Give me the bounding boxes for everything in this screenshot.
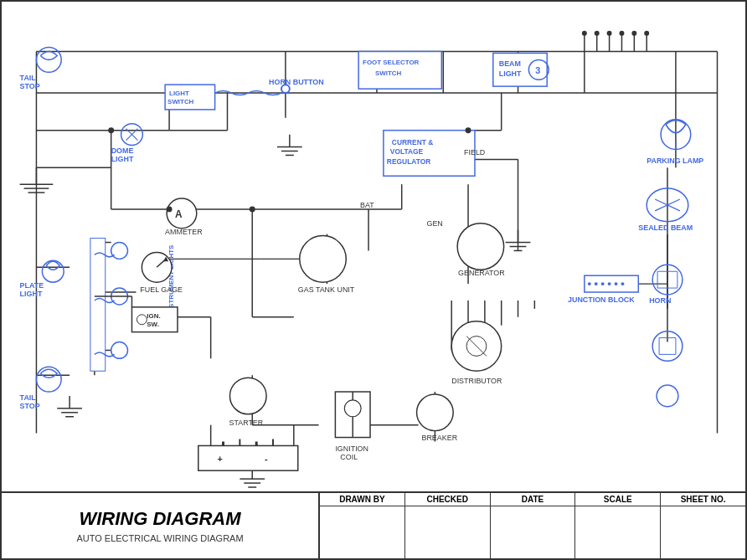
svg-point-149 <box>601 282 605 285</box>
svg-point-180 <box>582 31 587 36</box>
diagram-main-title: WIRING DIAGRAM <box>79 508 240 530</box>
svg-text:LIGHT: LIGHT <box>169 90 189 97</box>
footer-sheet: SHEET NO. <box>661 493 745 558</box>
drawn-by-value <box>320 506 404 558</box>
svg-text:STOP: STOP <box>20 402 40 410</box>
svg-text:BEAM: BEAM <box>499 59 521 68</box>
svg-text:INSTRUMENT LIGHTS: INSTRUMENT LIGHTS <box>167 245 175 315</box>
svg-text:GAS TANK UNIT: GAS TANK UNIT <box>298 285 355 294</box>
svg-text:TAIL: TAIL <box>20 393 37 402</box>
svg-point-151 <box>615 282 618 285</box>
svg-text:BAT: BAT <box>360 201 374 209</box>
svg-text:-: - <box>265 454 268 464</box>
svg-text:3: 3 <box>535 65 540 75</box>
sheet-label: SHEET NO. <box>661 493 745 506</box>
svg-point-126 <box>457 223 504 270</box>
svg-text:LIGHT: LIGHT <box>20 290 43 298</box>
svg-text:LIGHT: LIGHT <box>499 69 522 78</box>
svg-text:IGN.: IGN. <box>147 312 160 320</box>
svg-text:CURRENT &: CURRENT & <box>392 138 434 146</box>
svg-text:JUNCTION BLOCK: JUNCTION BLOCK <box>568 295 635 304</box>
svg-text:SWITCH: SWITCH <box>167 98 194 105</box>
svg-text:SW.: SW. <box>147 321 159 328</box>
svg-point-186 <box>108 127 114 133</box>
svg-text:DISTRIBUTOR: DISTRIBUTOR <box>451 377 502 385</box>
footer-scale: SCALE <box>575 493 661 558</box>
sheet-value <box>661 506 745 558</box>
scale-value <box>575 506 660 558</box>
svg-text:PARKING LAMP: PARKING LAMP <box>647 157 703 165</box>
footer-fields: DRAWN BY CHECKED DATE SCALE SHEET NO. <box>320 493 745 558</box>
svg-text:SEALED BEAM: SEALED BEAM <box>638 223 693 232</box>
svg-text:GENERATOR: GENERATOR <box>458 269 505 277</box>
svg-point-140 <box>300 236 347 283</box>
checked-value <box>405 506 490 558</box>
svg-text:FIELD: FIELD <box>464 148 485 157</box>
svg-text:IGNITION: IGNITION <box>335 444 368 453</box>
svg-text:DOME: DOME <box>111 146 134 155</box>
svg-point-185 <box>644 31 649 36</box>
footer-date: DATE <box>491 493 576 558</box>
svg-text:PLATE: PLATE <box>20 281 44 290</box>
svg-point-184 <box>631 31 636 36</box>
svg-point-147 <box>588 282 591 285</box>
footer-area: WIRING DIAGRAM AUTO ELECTRICAL WIRING DI… <box>2 491 745 558</box>
diagram-sub-title: AUTO ELECTRICAL WIRING DIAGRAM <box>76 533 243 543</box>
wiring-diagram-svg: TAIL STOP DOME LIGHT LIGHT SWITCH HORN B… <box>2 2 745 491</box>
svg-text:SWITCH: SWITCH <box>375 69 402 77</box>
drawn-by-label: DRAWN BY <box>320 493 404 506</box>
svg-rect-146 <box>585 275 638 292</box>
svg-point-187 <box>250 206 255 212</box>
diagram-area: TAIL STOP DOME LIGHT LIGHT SWITCH HORN B… <box>2 2 745 491</box>
svg-point-148 <box>595 282 598 285</box>
footer-checked: CHECKED <box>405 493 491 558</box>
svg-text:AMMETER: AMMETER <box>165 228 203 236</box>
svg-point-174 <box>417 394 454 431</box>
svg-text:GEN: GEN <box>426 219 442 228</box>
svg-rect-131 <box>90 239 106 372</box>
svg-text:LIGHT: LIGHT <box>111 155 134 163</box>
footer-drawn-by: DRAWN BY <box>320 493 405 558</box>
svg-point-159 <box>229 378 266 414</box>
svg-point-182 <box>607 31 612 36</box>
svg-text:HORN: HORN <box>649 296 671 305</box>
date-value <box>491 506 575 558</box>
main-container: TAIL STOP DOME LIGHT LIGHT SWITCH HORN B… <box>0 0 747 560</box>
svg-text:STARTER: STARTER <box>229 419 263 427</box>
svg-text:VOLTAGE: VOLTAGE <box>390 147 424 156</box>
date-label: DATE <box>491 493 575 506</box>
svg-point-188 <box>167 206 173 212</box>
svg-point-189 <box>466 127 471 133</box>
svg-text:FOOT SELECTOR: FOOT SELECTOR <box>363 59 419 66</box>
svg-rect-161 <box>198 445 298 470</box>
footer-title-section: WIRING DIAGRAM AUTO ELECTRICAL WIRING DI… <box>2 493 320 558</box>
checked-label: CHECKED <box>405 493 490 506</box>
svg-text:FUEL GAGE: FUEL GAGE <box>140 285 183 294</box>
svg-text:STOP: STOP <box>20 82 40 90</box>
svg-point-150 <box>608 282 611 285</box>
svg-text:TAIL: TAIL <box>20 74 37 82</box>
svg-point-181 <box>595 31 600 36</box>
scale-label: SCALE <box>575 493 660 506</box>
svg-text:REGULATOR: REGULATOR <box>387 157 430 166</box>
svg-text:+: + <box>218 454 223 464</box>
svg-text:A: A <box>175 208 183 220</box>
svg-point-97 <box>282 85 289 92</box>
svg-text:HORN BUTTON: HORN BUTTON <box>269 78 324 86</box>
svg-text:BREAKER: BREAKER <box>422 434 458 442</box>
svg-point-183 <box>619 31 624 36</box>
svg-point-152 <box>621 282 624 285</box>
svg-text:COIL: COIL <box>340 453 358 461</box>
